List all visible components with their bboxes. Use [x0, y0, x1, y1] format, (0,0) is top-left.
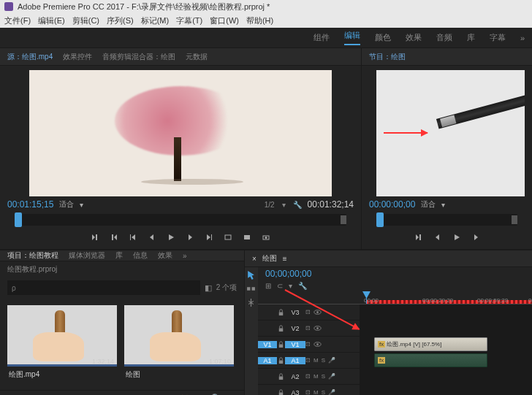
filter-icon[interactable]: ◧ — [205, 283, 212, 293]
project-search-input[interactable] — [7, 280, 200, 295]
program-zoom[interactable]: 适合 — [421, 199, 436, 210]
selection-tool-icon[interactable] — [246, 270, 256, 280]
ripple-tool-icon[interactable] — [246, 284, 256, 294]
source-patch-v1[interactable]: V1 — [258, 341, 277, 348]
workspace-titles[interactable]: 字幕 — [490, 32, 506, 43]
tab-project[interactable]: 项目：绘图教程 — [7, 250, 58, 261]
tab-metadata[interactable]: 元数据 — [186, 52, 208, 62]
toggle-output-icon[interactable]: ⊡ — [305, 373, 311, 380]
mark-out-button[interactable] — [107, 231, 121, 243]
solo-button[interactable]: S — [322, 389, 325, 395]
tab-libraries[interactable]: 库 — [115, 250, 123, 261]
panel-menu-icon[interactable]: ≡ — [283, 255, 287, 263]
link-icon[interactable]: ⊂ — [277, 282, 283, 290]
scrubber-thumb[interactable] — [15, 212, 22, 227]
clip-item[interactable]: 1:07;10 绘图 — [124, 305, 234, 383]
source-preview[interactable] — [29, 70, 332, 196]
export-frame-button[interactable] — [259, 231, 273, 243]
voice-icon[interactable]: 🎤 — [328, 357, 335, 364]
tab-program[interactable]: 节目：绘图 — [369, 52, 406, 62]
playhead[interactable] — [366, 291, 367, 304]
toggle-output-icon[interactable]: ⊡ — [305, 341, 311, 348]
tab-media-browser[interactable]: 媒体浏览器 — [69, 250, 105, 261]
lock-icon[interactable] — [277, 388, 285, 395]
source-scrubber[interactable] — [15, 214, 346, 226]
solo-button[interactable]: S — [322, 373, 325, 380]
track-label[interactable]: A3 — [285, 389, 305, 396]
mute-button[interactable]: M — [314, 389, 319, 395]
wrench-icon[interactable]: 🔧 — [293, 201, 302, 209]
menu-help[interactable]: 帮助(H) — [246, 15, 273, 26]
overwrite-button[interactable] — [240, 231, 254, 243]
tab-audio-mixer[interactable]: 音频剪辑混合器：绘图 — [102, 52, 175, 62]
mute-button[interactable]: M — [314, 357, 319, 364]
sequence-name[interactable]: 绘图 — [262, 253, 277, 264]
workspace-overflow-icon[interactable]: » — [520, 34, 525, 42]
menu-sequence[interactable]: 序列(S) — [107, 15, 134, 26]
source-out-timecode[interactable]: 00:01:32;14 — [308, 199, 354, 210]
toggle-output-icon[interactable]: ⊡ — [305, 309, 311, 315]
step-forward-button[interactable] — [183, 231, 197, 243]
timeline-clip-audio[interactable]: fx — [374, 353, 487, 367]
toggle-output-icon[interactable]: ⊡ — [305, 325, 311, 331]
workspace-audio[interactable]: 音频 — [436, 32, 452, 43]
scrubber-thumb[interactable] — [376, 212, 384, 227]
marker-icon[interactable]: ▾ — [289, 282, 292, 290]
play-button[interactable] — [450, 231, 463, 243]
toggle-output-icon[interactable]: ⊡ — [305, 389, 311, 395]
source-zoom[interactable]: 适合 — [59, 199, 74, 210]
timeline-clip-video[interactable]: fx 绘图.mp4 [V] [67.5%] — [374, 337, 487, 351]
menu-window[interactable]: 窗口(W) — [210, 15, 239, 26]
insert-button[interactable] — [221, 231, 235, 243]
program-preview[interactable] — [376, 70, 525, 196]
snap-icon[interactable]: ⊞ — [265, 282, 271, 290]
mark-in-button[interactable] — [412, 231, 425, 243]
lock-icon[interactable] — [277, 340, 285, 348]
tab-source[interactable]: 源：绘图.mp4 — [7, 52, 53, 62]
solo-button[interactable]: S — [322, 357, 325, 364]
voice-icon[interactable]: 🎤 — [328, 373, 335, 380]
chevron-down-icon[interactable]: ▾ — [80, 201, 83, 209]
tab-effect-controls[interactable]: 效果控件 — [63, 52, 92, 62]
lock-icon[interactable] — [277, 372, 285, 380]
source-in-timecode[interactable]: 00:01:15;15 — [7, 199, 53, 210]
go-to-out-button[interactable] — [202, 231, 216, 243]
menu-edit[interactable]: 编辑(E) — [38, 15, 65, 26]
play-button[interactable] — [164, 231, 178, 243]
mute-button[interactable]: M — [314, 373, 319, 380]
tab-info[interactable]: 信息 — [133, 250, 148, 261]
go-to-in-button[interactable] — [126, 231, 140, 243]
timeline-timecode[interactable]: 00;00;00;00 — [265, 269, 311, 279]
source-res[interactable]: 1/2 — [265, 201, 275, 209]
tab-effects-panel[interactable]: 效果 — [158, 250, 172, 261]
settings-icon[interactable]: 🔧 — [298, 282, 307, 290]
track-label[interactable]: A2 — [285, 373, 305, 380]
program-scrubber[interactable] — [376, 214, 517, 226]
panel-overflow-icon[interactable]: » — [183, 252, 187, 260]
eye-icon[interactable] — [314, 324, 322, 332]
workspace-library[interactable]: 库 — [467, 32, 475, 43]
step-back-button[interactable] — [145, 231, 159, 243]
razor-tool-icon[interactable] — [246, 298, 256, 307]
workspace-effects[interactable]: 效果 — [406, 32, 422, 43]
menu-clip[interactable]: 剪辑(C) — [72, 15, 99, 26]
menu-marker[interactable]: 标记(M) — [141, 15, 170, 26]
toggle-output-icon[interactable]: ⊡ — [305, 357, 311, 364]
lock-icon[interactable] — [277, 308, 285, 316]
mark-in-button[interactable] — [88, 231, 102, 243]
workspace-color[interactable]: 颜色 — [375, 32, 391, 43]
source-patch-a1[interactable]: A1 — [258, 357, 277, 364]
chevron-down-icon[interactable]: ▾ — [441, 201, 445, 209]
close-seq-icon[interactable]: × — [252, 255, 256, 263]
voice-icon[interactable]: 🎤 — [328, 389, 335, 395]
clip-item[interactable]: 1:32;14 绘图.mp4 — [7, 305, 117, 383]
lock-icon[interactable] — [277, 324, 285, 332]
workspace-editing[interactable]: 编辑 — [344, 30, 360, 45]
track-label[interactable]: V2 — [285, 325, 305, 332]
chevron-down-icon[interactable]: ▾ — [282, 201, 286, 209]
step-forward-button[interactable] — [469, 231, 482, 243]
track-label[interactable]: V1 — [285, 341, 305, 348]
menu-file[interactable]: 文件(F) — [4, 15, 31, 26]
program-timecode[interactable]: 00:00:00;00 — [369, 199, 415, 210]
track-label[interactable]: A1 — [285, 357, 305, 364]
